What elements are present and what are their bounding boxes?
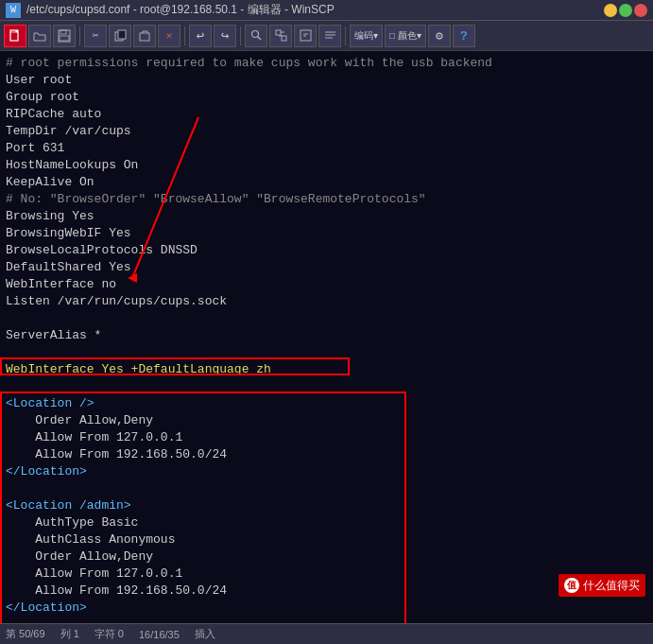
line-28: AuthType Basic: [6, 514, 647, 531]
copy-button[interactable]: [109, 25, 131, 47]
line-3: Group root: [6, 89, 647, 106]
status-col: 列 1: [60, 627, 79, 641]
status-line: 第 50/69: [6, 627, 45, 641]
goto-button[interactable]: [294, 25, 317, 47]
separator-3: [240, 26, 241, 45]
window-title: /etc/cups/cupsd.conf - root@192.168.50.1…: [26, 2, 335, 18]
find-button[interactable]: [245, 25, 267, 47]
line-30: Order Allow,Deny: [6, 548, 647, 566]
close-button[interactable]: [634, 4, 647, 17]
line-18: [6, 344, 647, 361]
line-8: KeepAlive On: [6, 174, 647, 191]
line-2: User root: [6, 72, 647, 89]
encoding-button[interactable]: 编码▾: [350, 25, 383, 47]
line-32: Allow From 192.168.50.0/24: [6, 583, 647, 600]
line-6: Port 631: [6, 140, 647, 157]
undo-button[interactable]: ↩: [189, 25, 212, 47]
line-5: TempDir /var/cups: [6, 123, 647, 140]
title-bar: W /etc/cups/cupsd.conf - root@192.168.50…: [0, 0, 653, 21]
line-11: BrowsingWebIF Yes: [6, 225, 647, 242]
replace-button[interactable]: [269, 25, 292, 47]
editor-area[interactable]: # root permissions required to make cups…: [0, 51, 653, 623]
maximize-button[interactable]: [619, 4, 632, 17]
line-25: </Location>: [6, 463, 647, 480]
watermark: 值 什么值得买: [558, 574, 645, 597]
line-23: Allow From 127.0.0.1: [6, 429, 647, 446]
svg-rect-11: [282, 36, 286, 41]
svg-rect-4: [60, 36, 69, 41]
watermark-text: 什么值得买: [583, 577, 640, 594]
line-15: Listen /var/run/cups/cups.sock: [6, 293, 647, 310]
line-21: <Location />: [6, 395, 647, 412]
open-button[interactable]: [28, 25, 51, 47]
status-encoding: 16/16/35: [139, 629, 180, 640]
line-7: HostNameLookups On: [6, 157, 647, 174]
separator-1: [79, 26, 80, 45]
status-mode: 插入: [195, 627, 215, 641]
watermark-logo: 值: [564, 578, 579, 593]
line-22: Order Allow,Deny: [6, 412, 647, 429]
app-icon: W: [6, 3, 21, 18]
line-29: AuthClass Anonymous: [6, 531, 647, 548]
paste-button[interactable]: [133, 25, 156, 47]
line-13: DefaultShared Yes: [6, 259, 647, 276]
minimize-button[interactable]: [604, 4, 617, 17]
line-14: WebInterface no: [6, 276, 647, 293]
format-button[interactable]: [318, 25, 341, 47]
delete-button[interactable]: ✕: [158, 25, 180, 47]
svg-rect-6: [118, 30, 126, 39]
svg-point-8: [251, 31, 258, 38]
help-button[interactable]: ?: [453, 25, 475, 47]
settings-button[interactable]: ⚙: [428, 25, 451, 47]
redo-button[interactable]: ↪: [214, 25, 236, 47]
line-12: BrowseLocalProtocols DNSSD: [6, 242, 647, 259]
line-33: </Location>: [6, 600, 647, 617]
toolbar: ✂ ✕ ↩ ↪: [0, 21, 653, 51]
window-controls: [604, 4, 647, 17]
status-chars: 字符 0: [95, 627, 124, 641]
svg-rect-3: [60, 30, 66, 34]
svg-rect-7: [140, 33, 149, 41]
line-17: ServerAlias *: [6, 327, 647, 344]
line-1: # root permissions required to make cups…: [6, 55, 647, 72]
line-20: [6, 378, 647, 395]
line-31: Allow From 127.0.0.1: [6, 566, 647, 583]
line-26: [6, 480, 647, 497]
line-16: [6, 310, 647, 327]
line-9: # No: "BrowseOrder" "BrowseAllow" "Brows…: [6, 191, 647, 208]
line-27: <Location /admin>: [6, 497, 647, 514]
cut-button[interactable]: ✂: [84, 25, 107, 47]
line-4: RIPCache auto: [6, 106, 647, 123]
separator-2: [184, 26, 185, 45]
status-bar: 第 50/69 列 1 字符 0 16/16/35 插入: [0, 623, 653, 644]
new-file-button[interactable]: [4, 25, 26, 47]
svg-rect-10: [276, 30, 281, 35]
line-24: Allow From 192.168.50.0/24: [6, 446, 647, 463]
line-10: Browsing Yes: [6, 208, 647, 225]
line-19: WebInterface Yes +DefaultLanguage zh: [6, 361, 647, 378]
color-mode-button[interactable]: □ 颜色▾: [385, 25, 426, 47]
separator-4: [345, 26, 346, 45]
save-button[interactable]: [53, 25, 76, 47]
svg-line-9: [257, 37, 261, 41]
